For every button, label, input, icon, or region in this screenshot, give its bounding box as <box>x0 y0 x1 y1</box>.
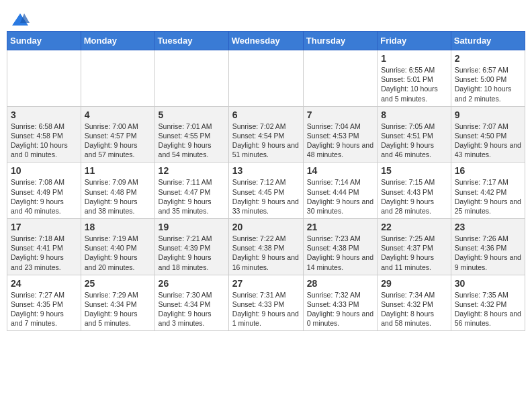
day-info: Sunrise: 7:04 AM Sunset: 4:53 PM Dayligh… <box>307 122 373 160</box>
calendar-cell: 26Sunrise: 7:30 AM Sunset: 4:34 PM Dayli… <box>154 275 228 331</box>
calendar-week-3: 17Sunrise: 7:18 AM Sunset: 4:41 PM Dayli… <box>7 219 525 275</box>
day-info: Sunrise: 7:32 AM Sunset: 4:33 PM Dayligh… <box>307 290 373 328</box>
calendar-cell <box>228 50 303 107</box>
calendar-header-sunday: Sunday <box>7 32 81 50</box>
calendar-cell <box>81 50 154 107</box>
day-number: 27 <box>232 278 300 289</box>
day-number: 1 <box>381 53 447 64</box>
logo <box>9 11 30 24</box>
calendar-cell: 11Sunrise: 7:09 AM Sunset: 4:48 PM Dayli… <box>81 163 154 219</box>
calendar-cell: 29Sunrise: 7:34 AM Sunset: 4:32 PM Dayli… <box>378 275 451 331</box>
day-info: Sunrise: 7:23 AM Sunset: 4:38 PM Dayligh… <box>307 234 373 272</box>
day-number: 13 <box>232 165 300 176</box>
day-info: Sunrise: 7:21 AM Sunset: 4:39 PM Dayligh… <box>159 234 225 272</box>
day-number: 18 <box>85 222 151 232</box>
day-info: Sunrise: 6:55 AM Sunset: 5:01 PM Dayligh… <box>381 65 447 103</box>
calendar-cell <box>7 50 81 107</box>
day-info: Sunrise: 7:30 AM Sunset: 4:34 PM Dayligh… <box>159 290 225 328</box>
day-info: Sunrise: 7:19 AM Sunset: 4:40 PM Dayligh… <box>85 234 151 272</box>
day-info: Sunrise: 7:05 AM Sunset: 4:51 PM Dayligh… <box>381 122 447 160</box>
calendar-cell: 8Sunrise: 7:05 AM Sunset: 4:51 PM Daylig… <box>378 106 451 163</box>
day-number: 17 <box>11 222 77 232</box>
calendar-cell: 12Sunrise: 7:11 AM Sunset: 4:47 PM Dayli… <box>154 163 228 219</box>
day-number: 7 <box>307 109 373 120</box>
day-info: Sunrise: 7:34 AM Sunset: 4:32 PM Dayligh… <box>381 290 447 328</box>
day-info: Sunrise: 6:57 AM Sunset: 5:00 PM Dayligh… <box>455 65 521 103</box>
day-number: 19 <box>159 222 225 232</box>
day-number: 22 <box>381 222 447 232</box>
calendar-cell: 30Sunrise: 7:35 AM Sunset: 4:32 PM Dayli… <box>451 275 525 331</box>
calendar-cell: 22Sunrise: 7:25 AM Sunset: 4:37 PM Dayli… <box>378 219 451 275</box>
day-info: Sunrise: 7:08 AM Sunset: 4:49 PM Dayligh… <box>11 177 77 216</box>
calendar-cell: 7Sunrise: 7:04 AM Sunset: 4:53 PM Daylig… <box>303 106 377 163</box>
day-info: Sunrise: 7:00 AM Sunset: 4:57 PM Dayligh… <box>85 122 151 160</box>
day-number: 26 <box>159 278 225 289</box>
day-info: Sunrise: 7:22 AM Sunset: 4:38 PM Dayligh… <box>232 234 300 272</box>
day-number: 21 <box>307 222 373 232</box>
day-info: Sunrise: 7:27 AM Sunset: 4:35 PM Dayligh… <box>11 290 77 328</box>
day-number: 30 <box>455 278 521 289</box>
day-info: Sunrise: 7:29 AM Sunset: 4:34 PM Dayligh… <box>85 290 151 328</box>
calendar-cell: 1Sunrise: 6:55 AM Sunset: 5:01 PM Daylig… <box>378 50 451 107</box>
day-number: 15 <box>381 165 447 176</box>
day-number: 11 <box>85 165 151 176</box>
calendar-cell: 5Sunrise: 7:01 AM Sunset: 4:55 PM Daylig… <box>154 106 228 163</box>
calendar-cell: 10Sunrise: 7:08 AM Sunset: 4:49 PM Dayli… <box>7 163 81 219</box>
day-info: Sunrise: 7:15 AM Sunset: 4:43 PM Dayligh… <box>381 177 447 216</box>
calendar-cell: 24Sunrise: 7:27 AM Sunset: 4:35 PM Dayli… <box>7 275 81 331</box>
calendar-week-4: 24Sunrise: 7:27 AM Sunset: 4:35 PM Dayli… <box>7 275 525 331</box>
calendar-cell: 17Sunrise: 7:18 AM Sunset: 4:41 PM Dayli… <box>7 219 81 275</box>
calendar-header-monday: Monday <box>81 32 154 50</box>
calendar-cell: 2Sunrise: 6:57 AM Sunset: 5:00 PM Daylig… <box>451 50 525 107</box>
day-number: 6 <box>232 109 300 120</box>
day-info: Sunrise: 7:09 AM Sunset: 4:48 PM Dayligh… <box>85 177 151 216</box>
day-info: Sunrise: 7:17 AM Sunset: 4:42 PM Dayligh… <box>455 177 521 216</box>
calendar-week-1: 3Sunrise: 6:58 AM Sunset: 4:58 PM Daylig… <box>7 106 525 163</box>
calendar-header-thursday: Thursday <box>303 32 377 50</box>
calendar-header-tuesday: Tuesday <box>154 32 228 50</box>
calendar-cell: 15Sunrise: 7:15 AM Sunset: 4:43 PM Dayli… <box>378 163 451 219</box>
day-info: Sunrise: 7:26 AM Sunset: 4:36 PM Dayligh… <box>455 234 521 272</box>
calendar-cell: 27Sunrise: 7:31 AM Sunset: 4:33 PM Dayli… <box>228 275 303 331</box>
calendar-cell: 19Sunrise: 7:21 AM Sunset: 4:39 PM Dayli… <box>154 219 228 275</box>
day-info: Sunrise: 7:12 AM Sunset: 4:45 PM Dayligh… <box>232 177 300 216</box>
day-number: 5 <box>159 109 225 120</box>
calendar-body: 1Sunrise: 6:55 AM Sunset: 5:01 PM Daylig… <box>7 50 525 331</box>
day-info: Sunrise: 7:01 AM Sunset: 4:55 PM Dayligh… <box>159 122 225 160</box>
logo-icon <box>11 11 30 30</box>
day-info: Sunrise: 7:25 AM Sunset: 4:37 PM Dayligh… <box>381 234 447 272</box>
calendar-cell: 20Sunrise: 7:22 AM Sunset: 4:38 PM Dayli… <box>228 219 303 275</box>
day-number: 25 <box>85 278 151 289</box>
calendar-header-row: SundayMondayTuesdayWednesdayThursdayFrid… <box>7 32 525 50</box>
calendar-cell: 18Sunrise: 7:19 AM Sunset: 4:40 PM Dayli… <box>81 219 154 275</box>
calendar-cell: 16Sunrise: 7:17 AM Sunset: 4:42 PM Dayli… <box>451 163 525 219</box>
day-number: 28 <box>307 278 373 289</box>
day-info: Sunrise: 7:02 AM Sunset: 4:54 PM Dayligh… <box>232 122 300 160</box>
calendar-cell: 14Sunrise: 7:14 AM Sunset: 4:44 PM Dayli… <box>303 163 377 219</box>
calendar-cell: 21Sunrise: 7:23 AM Sunset: 4:38 PM Dayli… <box>303 219 377 275</box>
calendar-cell: 28Sunrise: 7:32 AM Sunset: 4:33 PM Dayli… <box>303 275 377 331</box>
calendar-cell: 6Sunrise: 7:02 AM Sunset: 4:54 PM Daylig… <box>228 106 303 163</box>
day-info: Sunrise: 7:07 AM Sunset: 4:50 PM Dayligh… <box>455 122 521 160</box>
day-info: Sunrise: 6:58 AM Sunset: 4:58 PM Dayligh… <box>11 122 77 160</box>
day-number: 16 <box>455 165 521 176</box>
day-number: 9 <box>455 109 521 120</box>
day-info: Sunrise: 7:14 AM Sunset: 4:44 PM Dayligh… <box>307 177 373 216</box>
calendar: SundayMondayTuesdayWednesdayThursdayFrid… <box>7 31 525 331</box>
day-number: 8 <box>381 109 447 120</box>
calendar-week-0: 1Sunrise: 6:55 AM Sunset: 5:01 PM Daylig… <box>7 50 525 107</box>
calendar-header-wednesday: Wednesday <box>228 32 303 50</box>
day-number: 3 <box>11 109 77 120</box>
day-number: 12 <box>159 165 225 176</box>
day-number: 20 <box>232 222 300 232</box>
day-info: Sunrise: 7:31 AM Sunset: 4:33 PM Dayligh… <box>232 290 300 328</box>
calendar-week-2: 10Sunrise: 7:08 AM Sunset: 4:49 PM Dayli… <box>7 163 525 219</box>
calendar-cell <box>303 50 377 107</box>
header <box>7 7 525 28</box>
day-number: 14 <box>307 165 373 176</box>
day-info: Sunrise: 7:35 AM Sunset: 4:32 PM Dayligh… <box>455 290 521 328</box>
day-number: 24 <box>11 278 77 289</box>
day-number: 10 <box>11 165 77 176</box>
calendar-cell: 3Sunrise: 6:58 AM Sunset: 4:58 PM Daylig… <box>7 106 81 163</box>
calendar-cell: 25Sunrise: 7:29 AM Sunset: 4:34 PM Dayli… <box>81 275 154 331</box>
